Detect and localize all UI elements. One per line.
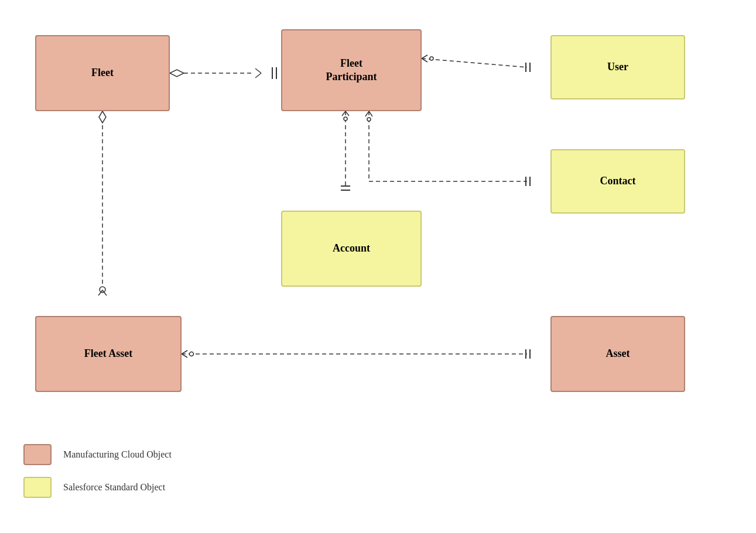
user-entity: User (550, 35, 685, 99)
legend-box-yellow (23, 477, 52, 498)
fleet-asset-label: Fleet Asset (84, 347, 132, 360)
svg-marker-6 (170, 70, 184, 77)
account-label: Account (333, 242, 370, 255)
legend-item-salesforce: Salesforce Standard Object (23, 477, 172, 498)
account-entity: Account (281, 211, 422, 287)
legend-item-manufacturing: Manufacturing Cloud Object (23, 444, 172, 465)
legend-box-salmon (23, 444, 52, 465)
user-label: User (607, 60, 628, 74)
svg-point-24 (100, 287, 105, 293)
svg-point-26 (190, 352, 194, 356)
diagram-container: Fleet FleetParticipant User Contact Acco… (0, 0, 756, 533)
fleet-participant-entity: FleetParticipant (281, 29, 422, 111)
fleet-asset-entity: Fleet Asset (35, 316, 182, 392)
svg-point-15 (367, 118, 371, 121)
svg-line-10 (255, 73, 261, 78)
svg-line-11 (422, 59, 527, 67)
legend-label-salesforce: Salesforce Standard Object (63, 482, 165, 493)
legend: Manufacturing Cloud Object Salesforce St… (23, 444, 172, 510)
svg-point-12 (430, 57, 433, 60)
contact-entity: Contact (550, 149, 685, 214)
fleet-entity: Fleet (35, 35, 170, 111)
asset-label: Asset (606, 347, 630, 360)
contact-label: Contact (600, 174, 636, 188)
fleet-participant-label: FleetParticipant (326, 57, 377, 84)
svg-point-19 (344, 117, 347, 121)
fleet-label: Fleet (91, 66, 114, 80)
svg-line-9 (255, 68, 261, 73)
asset-entity: Asset (550, 316, 685, 392)
legend-label-manufacturing: Manufacturing Cloud Object (63, 449, 172, 460)
svg-marker-23 (99, 111, 106, 123)
